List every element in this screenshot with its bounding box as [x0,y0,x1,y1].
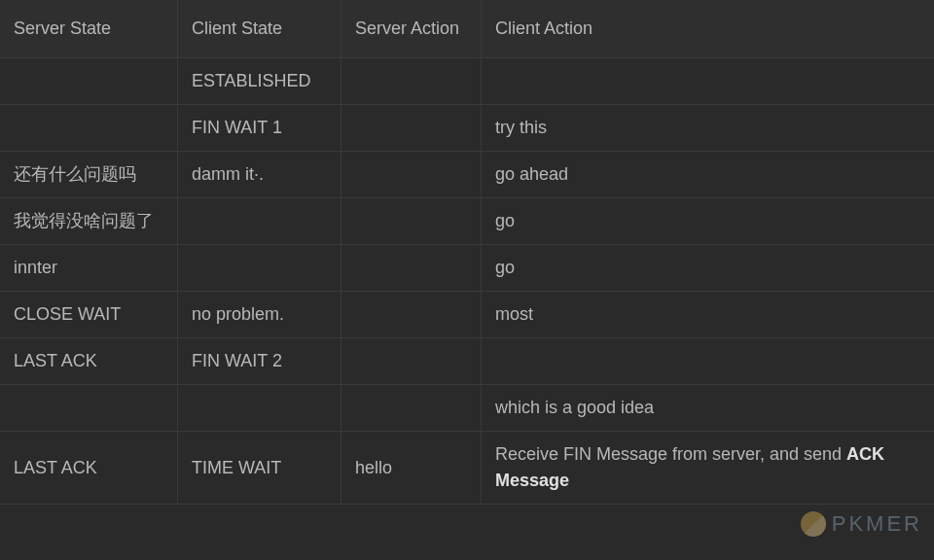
table-header: Server State Client State Server Action … [0,0,934,58]
table-cell: FIN WAIT 1 [177,105,341,152]
watermark: PKMER [801,511,922,537]
table-row: ESTABLISHED [0,58,934,105]
table-cell: no problem. [177,292,341,338]
table-row: LAST ACKFIN WAIT 2 [0,338,934,385]
table-cell: go [481,198,934,245]
table-row: 还有什么问题吗damm it·.go ahead [0,152,934,198]
table-cell: 我觉得没啥问题了 [0,198,177,245]
table-cell [341,58,481,105]
table-cell: FIN WAIT 2 [177,338,341,385]
table-row: inntergo [0,245,934,292]
table-cell [177,385,341,432]
watermark-icon [801,511,826,537]
header-server-action: Server Action [341,0,481,58]
table-cell: go [481,245,934,292]
watermark-text: PKMER [832,511,922,537]
table-cell [341,105,481,152]
table-cell: try this [481,105,934,152]
table-cell: LAST ACK [0,432,177,505]
header-server-state: Server State [0,0,177,58]
table-cell [0,105,177,152]
table-cell [481,338,934,385]
tcp-state-table: Server State Client State Server Action … [0,0,934,505]
table-row: which is a good idea [0,385,934,432]
table-cell [341,338,481,385]
header-client-action: Client Action [481,0,934,58]
table-cell: hello [341,432,481,505]
table-cell: which is a good idea [481,385,934,432]
table-cell: go ahead [481,152,934,198]
table-row: FIN WAIT 1try this [0,105,934,152]
table-row: 我觉得没啥问题了go [0,198,934,245]
table-cell [341,198,481,245]
table-cell: 还有什么问题吗 [0,152,177,198]
table-cell: innter [0,245,177,292]
table-cell: ESTABLISHED [177,58,341,105]
table-row: CLOSE WAITno problem.most [0,292,934,338]
table-cell [341,385,481,432]
table-cell [481,58,934,105]
table-cell: CLOSE WAIT [0,292,177,338]
table-cell [341,292,481,338]
table-cell [0,58,177,105]
table-cell [177,198,341,245]
table-cell: most [481,292,934,338]
table-cell [341,245,481,292]
table-cell: damm it·. [177,152,341,198]
header-client-state: Client State [177,0,341,58]
table-cell: LAST ACK [0,338,177,385]
table-cell [341,152,481,198]
table-cell [0,385,177,432]
table-body: ESTABLISHEDFIN WAIT 1try this还有什么问题吗damm… [0,58,934,505]
table-cell: Receive FIN Message from server, and sen… [481,432,934,505]
table-cell: TIME WAIT [177,432,341,505]
table-cell [177,245,341,292]
table-row: LAST ACKTIME WAIThelloReceive FIN Messag… [0,432,934,505]
